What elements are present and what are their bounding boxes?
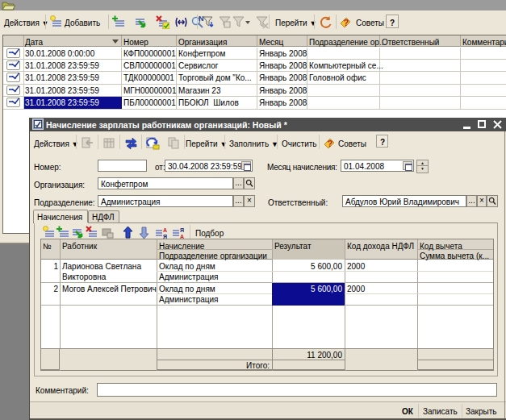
svg-text:?: ? bbox=[344, 18, 349, 27]
svg-text:Я: Я bbox=[180, 227, 184, 233]
svg-text:А: А bbox=[163, 227, 167, 233]
svg-text:?: ? bbox=[328, 139, 333, 148]
